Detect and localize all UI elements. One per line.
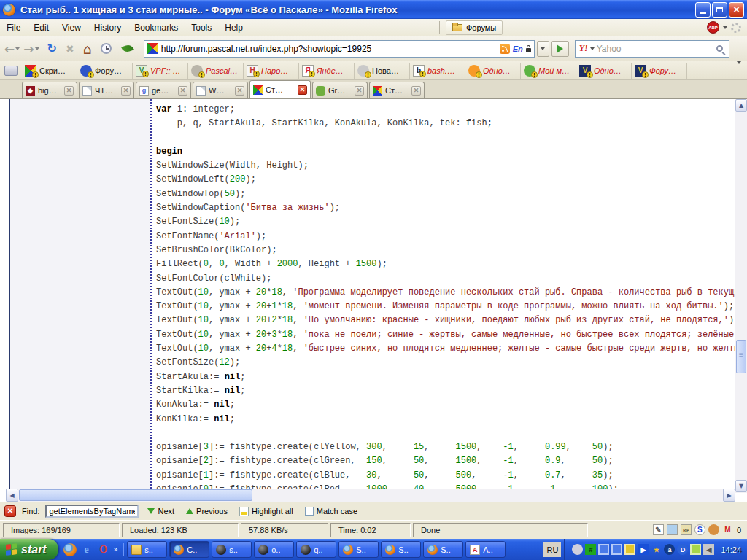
ie-quicklaunch[interactable]: e: [80, 543, 93, 556]
find-next-button[interactable]: Next: [144, 504, 177, 518]
scroll-up-button[interactable]: ▲: [735, 99, 747, 112]
tab-close-icon[interactable]: ✕: [411, 86, 421, 96]
alcohol-icon[interactable]: a: [664, 544, 675, 555]
scroll-right-button[interactable]: ▶: [723, 489, 735, 502]
bookmark-item[interactable]: Я!Янде…: [299, 63, 355, 79]
adblock-dropdown-icon[interactable]: [723, 26, 727, 29]
checkbox-icon[interactable]: [305, 507, 314, 516]
language-indicator[interactable]: RU: [543, 542, 561, 557]
taskbar-button[interactable]: o..: [254, 541, 294, 558]
taskbar-button[interactable]: S..: [381, 541, 421, 558]
scroll-left-button[interactable]: ◀: [6, 489, 18, 502]
vertical-scrollbar[interactable]: ▲ ▼: [735, 99, 747, 493]
skype-icon[interactable]: S: [694, 524, 705, 535]
vnc-icon[interactable]: #: [585, 544, 596, 555]
match-case-checkbox[interactable]: Match case: [302, 504, 360, 518]
taskbar-clock[interactable]: 14:24: [721, 545, 741, 554]
history-clock-icon[interactable]: [101, 43, 112, 54]
taskbar-button[interactable]: q..: [296, 541, 336, 558]
taskbar-button[interactable]: AA..: [465, 541, 506, 558]
search-bar[interactable]: Y! Yahoo: [575, 40, 729, 58]
bookmark-item[interactable]: !Нова…: [355, 63, 410, 79]
menu-bookmarks[interactable]: Bookmarks: [128, 20, 185, 36]
forward-dropdown-icon[interactable]: [35, 47, 39, 50]
messenger-icon[interactable]: [572, 544, 583, 555]
compose-icon[interactable]: ✎: [653, 524, 664, 535]
minimize-button[interactable]: [695, 2, 711, 18]
menu-help[interactable]: Help: [218, 20, 249, 36]
back-dropdown-icon[interactable]: [15, 47, 20, 50]
find-input[interactable]: [45, 505, 139, 518]
menu-file[interactable]: File: [0, 20, 27, 36]
url-dropdown-button[interactable]: [537, 41, 549, 57]
bookmark-item[interactable]: !Скри…: [22, 63, 77, 79]
close-button[interactable]: ✕: [729, 2, 744, 18]
address-bar[interactable]: http://forum.pascal.net.ru/index.php?sho…: [144, 40, 535, 58]
bookmark-item[interactable]: !Мой м…: [521, 63, 576, 79]
rss-feed-icon[interactable]: [500, 44, 510, 54]
bookmark-item[interactable]: !Фору…: [77, 63, 133, 79]
bookmark-item[interactable]: Н!Наро…: [244, 63, 299, 79]
bookmark-item[interactable]: V!Одно…: [576, 63, 632, 79]
network-monitor-icon[interactable]: [598, 544, 609, 555]
tab-close-icon[interactable]: ✕: [355, 86, 364, 96]
search-placeholder[interactable]: Yahoo: [597, 44, 714, 54]
tab-close-icon[interactable]: ✕: [298, 85, 307, 95]
forward-button[interactable]: →: [23, 42, 34, 56]
tab[interactable]: ЧТ…✕: [79, 82, 134, 98]
tab[interactable]: ◆hig…✕: [22, 82, 77, 98]
menu-edit[interactable]: Edit: [27, 20, 55, 36]
forums-folder-button[interactable]: Форумы: [446, 20, 503, 35]
tab-close-icon[interactable]: ✕: [178, 86, 187, 96]
network-monitor2-icon[interactable]: [611, 544, 622, 555]
leaf-icon[interactable]: [121, 44, 134, 54]
find-close-button[interactable]: ✕: [4, 505, 16, 517]
tab[interactable]: gge…✕: [136, 82, 191, 98]
taskbar-button[interactable]: S..: [338, 541, 379, 558]
stop-button[interactable]: ✖: [66, 43, 74, 55]
bookmark-item[interactable]: b!bash.…: [410, 63, 465, 79]
maximize-button[interactable]: [712, 2, 727, 18]
horizontal-scrollbar[interactable]: ◀ ▶: [6, 489, 735, 502]
yellow-tool-icon[interactable]: [624, 544, 635, 555]
tab-close-icon[interactable]: ✕: [64, 86, 74, 96]
menu-view[interactable]: View: [55, 20, 88, 36]
quick-launch-overflow-chevron[interactable]: »: [114, 545, 118, 553]
home-button[interactable]: ⌂: [83, 41, 92, 57]
panel-icon[interactable]: [667, 524, 678, 535]
vertical-scroll-thumb[interactable]: [736, 340, 746, 373]
search-icon[interactable]: [716, 45, 723, 52]
taskbar-button[interactable]: S..: [423, 541, 463, 558]
tab-active[interactable]: Ст…✕: [249, 80, 311, 98]
tab[interactable]: Gr…✕: [312, 82, 368, 98]
bookmark-item[interactable]: V!Фору…: [632, 63, 687, 79]
adblock-icon[interactable]: ABP: [707, 21, 719, 34]
taskbar-button-active[interactable]: C..: [169, 541, 209, 558]
horizontal-scroll-thumb[interactable]: [19, 489, 252, 501]
rip-icon[interactable]: RIP: [681, 524, 692, 535]
highlight-all-button[interactable]: Highlight all: [236, 504, 296, 518]
back-button[interactable]: ←: [4, 42, 15, 56]
bookmark-item[interactable]: V!VPF:: …: [133, 63, 188, 79]
find-previous-button[interactable]: Previous: [183, 504, 231, 518]
search-engine-dropdown-icon[interactable]: [590, 47, 595, 50]
tab-close-icon[interactable]: ✕: [121, 86, 131, 96]
media-player-icon[interactable]: ▶: [638, 544, 649, 555]
taskbar-button[interactable]: s..: [212, 541, 252, 558]
bookmark-item[interactable]: !Одно…: [465, 63, 521, 79]
tab[interactable]: Ст…✕: [369, 82, 425, 98]
tab-close-icon[interactable]: ✕: [235, 86, 244, 96]
go-button[interactable]: [551, 41, 569, 57]
reload-button[interactable]: ↻: [47, 42, 57, 55]
display-icon[interactable]: [690, 544, 701, 555]
menu-tools[interactable]: Tools: [185, 20, 218, 36]
bookmarks-folder-icon[interactable]: [4, 66, 18, 76]
opera-quicklaunch[interactable]: O: [97, 543, 110, 556]
bookmark-item[interactable]: !Pascal…: [188, 63, 244, 79]
start-button[interactable]: start: [0, 539, 58, 560]
bookmarks-overflow-chevron[interactable]: [737, 64, 741, 77]
wand-icon[interactable]: ★: [651, 544, 662, 555]
url-text[interactable]: http://forum.pascal.net.ru/index.php?sho…: [161, 44, 497, 54]
dcpp-icon[interactable]: D: [677, 544, 688, 555]
scroll-down-button[interactable]: ▼: [735, 480, 747, 492]
